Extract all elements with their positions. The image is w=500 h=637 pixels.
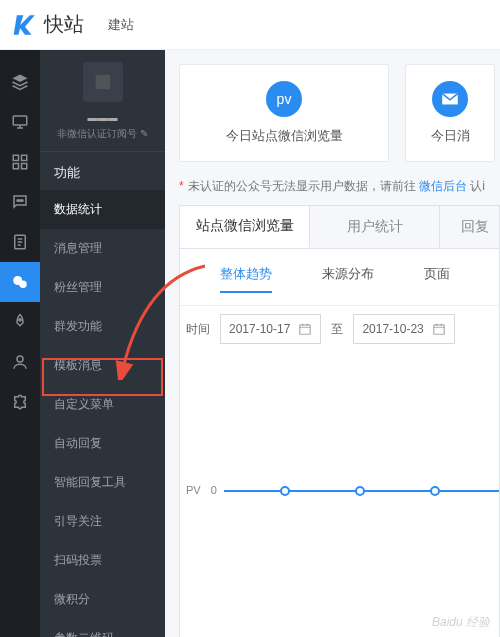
rail-rocket-icon[interactable] xyxy=(0,302,40,342)
notice-star: * xyxy=(179,179,184,193)
subtab-trend[interactable]: 整体趋势 xyxy=(220,265,272,293)
app-header: 快站 建站 xyxy=(0,0,500,50)
svg-rect-15 xyxy=(434,325,445,334)
menu-auto-reply[interactable]: 自动回复 xyxy=(40,424,165,463)
mail-icon xyxy=(432,81,468,117)
logo-icon xyxy=(12,12,38,38)
avatar xyxy=(83,62,123,102)
card-mail[interactable]: 今日消 xyxy=(405,64,495,162)
watermark: Baidu 经验 xyxy=(432,614,490,631)
menu-points[interactable]: 微积分 xyxy=(40,580,165,619)
svg-point-6 xyxy=(19,200,21,202)
chart-ylabel: PV xyxy=(186,484,201,496)
subtab-page[interactable]: 页面 xyxy=(424,265,450,293)
card-pv-label: 今日站点微信浏览量 xyxy=(226,127,343,145)
card-mail-label: 今日消 xyxy=(431,127,470,145)
rail-doc-icon[interactable] xyxy=(0,222,40,262)
date-to-input[interactable]: 2017-10-23 xyxy=(353,314,454,344)
rail-chat-icon[interactable] xyxy=(0,182,40,222)
tab-user-stats[interactable]: 用户统计 xyxy=(310,206,440,248)
notice-link[interactable]: 微信后台 xyxy=(419,179,467,193)
svg-point-5 xyxy=(17,200,19,202)
pv-icon: pv xyxy=(266,81,302,117)
main-content: pv 今日站点微信浏览量 今日消 *未认证的公众号无法显示用户数据，请前往 微信… xyxy=(165,50,500,637)
menu-custom-menu[interactable]: 自定义菜单 xyxy=(40,385,165,424)
date-to-value: 2017-10-23 xyxy=(362,322,423,336)
date-to-label: 至 xyxy=(331,321,343,338)
auth-notice: *未认证的公众号无法显示用户数据，请前往 微信后台 认i xyxy=(179,178,500,195)
tab-wechat-pv[interactable]: 站点微信浏览量 xyxy=(180,206,310,248)
svg-point-12 xyxy=(17,356,23,362)
section-title: 功能 xyxy=(40,152,165,190)
rail-puzzle-icon[interactable] xyxy=(0,382,40,422)
menu-param-qr[interactable]: 参数二维码 xyxy=(40,619,165,637)
menu-scan-vote[interactable]: 扫码投票 xyxy=(40,541,165,580)
sidebar: ▬▬▬ 非微信认证订阅号 ✎ 功能 数据统计 消息管理 粉丝管理 群发功能 模板… xyxy=(40,50,165,637)
profile-block: ▬▬▬ 非微信认证订阅号 ✎ xyxy=(40,50,165,152)
pv-line-chart: PV 0 xyxy=(180,484,499,524)
rail-grid-icon[interactable] xyxy=(0,142,40,182)
profile-name: ▬▬▬ xyxy=(40,110,165,125)
chart-tick-0: 0 xyxy=(211,484,217,496)
date-from-value: 2017-10-17 xyxy=(229,322,290,336)
date-range-row: 时间 2017-10-17 至 2017-10-23 xyxy=(180,305,499,344)
calendar-icon xyxy=(298,322,312,336)
svg-rect-2 xyxy=(22,155,27,160)
svg-rect-4 xyxy=(22,164,27,169)
menu-message-mgmt[interactable]: 消息管理 xyxy=(40,229,165,268)
rail-layers-icon[interactable] xyxy=(0,62,40,102)
stat-cards: pv 今日站点微信浏览量 今日消 xyxy=(179,64,500,162)
menu-template-msg[interactable]: 模板消息 xyxy=(40,346,165,385)
menu-broadcast[interactable]: 群发功能 xyxy=(40,307,165,346)
notice-tail: 认i xyxy=(467,179,485,193)
menu-guide-follow[interactable]: 引导关注 xyxy=(40,502,165,541)
date-label: 时间 xyxy=(186,321,210,338)
icon-rail xyxy=(0,50,40,637)
chart-point xyxy=(280,486,290,496)
svg-rect-1 xyxy=(13,155,18,160)
chart-point xyxy=(355,486,365,496)
subtab-source[interactable]: 来源分布 xyxy=(322,265,374,293)
tab-reply[interactable]: 回复 xyxy=(440,206,500,248)
header-tab-build[interactable]: 建站 xyxy=(108,16,134,34)
sub-tabs: 整体趋势 来源分布 页面 xyxy=(180,249,499,305)
chart-point xyxy=(430,486,440,496)
main-tabs: 站点微信浏览量 用户统计 回复 xyxy=(179,205,500,249)
chart-y-axis: PV 0 xyxy=(186,484,217,496)
svg-point-10 xyxy=(19,281,27,289)
menu-data-stats[interactable]: 数据统计 xyxy=(40,190,165,229)
date-from-input[interactable]: 2017-10-17 xyxy=(220,314,321,344)
svg-rect-13 xyxy=(95,75,110,90)
svg-point-11 xyxy=(19,319,21,321)
logo-text: 快站 xyxy=(44,11,84,38)
svg-point-7 xyxy=(22,200,24,202)
menu-smart-reply[interactable]: 智能回复工具 xyxy=(40,463,165,502)
calendar-icon xyxy=(432,322,446,336)
menu-fans-mgmt[interactable]: 粉丝管理 xyxy=(40,268,165,307)
profile-tag[interactable]: 非微信认证订阅号 ✎ xyxy=(40,125,165,143)
svg-rect-3 xyxy=(13,164,18,169)
rail-user-icon[interactable] xyxy=(0,342,40,382)
svg-rect-14 xyxy=(300,325,311,334)
logo: 快站 xyxy=(12,11,84,38)
rail-wechat-icon[interactable] xyxy=(0,262,40,302)
svg-rect-0 xyxy=(13,116,27,125)
card-pv[interactable]: pv 今日站点微信浏览量 xyxy=(179,64,389,162)
rail-monitor-icon[interactable] xyxy=(0,102,40,142)
notice-text: 未认证的公众号无法显示用户数据，请前往 xyxy=(188,179,419,193)
